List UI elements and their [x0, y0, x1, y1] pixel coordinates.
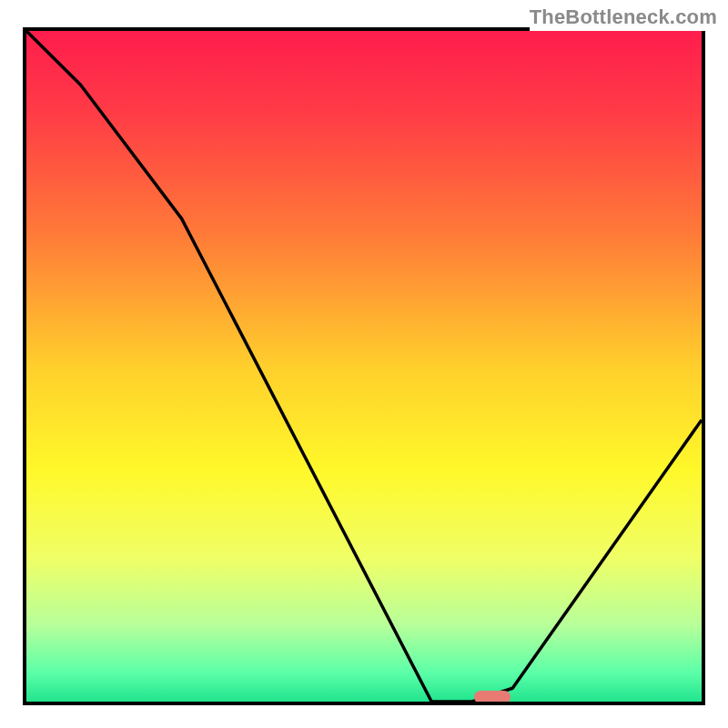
- plot-area: [23, 27, 705, 705]
- watermark-text: TheBottleneck.com: [530, 4, 717, 31]
- bottleneck-curve: [26, 31, 702, 702]
- chart-frame: TheBottleneck.com: [0, 0, 728, 728]
- optimal-marker: [474, 691, 511, 703]
